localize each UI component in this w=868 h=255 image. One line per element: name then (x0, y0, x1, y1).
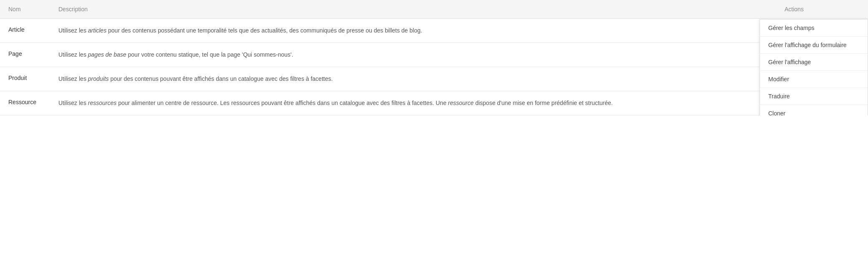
dropdown-item-5[interactable]: Cloner (760, 105, 868, 115)
col-header-actions: Actions (776, 0, 868, 19)
cell-description-article: Utilisez les articles pour des contenus … (50, 19, 776, 43)
table-row: RessourceUtilisez les ressources pour al… (0, 91, 868, 115)
content-types-table: Nom Description Actions ArticleUtilisez … (0, 0, 868, 115)
dropdown-item-4[interactable]: Traduire (760, 88, 868, 105)
col-header-description: Description (50, 0, 776, 19)
dropdown-item-0[interactable]: Gérer les champs (760, 20, 868, 37)
cell-description-page: Utilisez les pages de base pour votre co… (50, 43, 776, 67)
cell-nom-ressource: Ressource (0, 91, 50, 115)
col-header-nom: Nom (0, 0, 50, 19)
table-header-row: Nom Description Actions (0, 0, 868, 19)
table-row: ArticleUtilisez les articles pour des co… (0, 19, 868, 43)
dropdown-item-2[interactable]: Gérer l'affichage (760, 54, 868, 71)
table-row: PageUtilisez les pages de base pour votr… (0, 43, 868, 67)
dropdown-item-3[interactable]: Modifier (760, 71, 868, 88)
actions-dropdown-menu: Gérer les champsGérer l'affichage du for… (760, 19, 868, 115)
table-row: ProduitUtilisez les produits pour des co… (0, 67, 868, 91)
cell-nom-produit: Produit (0, 67, 50, 91)
cell-nom-article: Article (0, 19, 50, 43)
cell-description-produit: Utilisez les produits pour des contenus … (50, 67, 776, 91)
dropdown-item-1[interactable]: Gérer l'affichage du formulaire (760, 37, 868, 54)
cell-nom-page: Page (0, 43, 50, 67)
cell-description-ressource: Utilisez les ressources pour alimenter u… (50, 91, 776, 115)
